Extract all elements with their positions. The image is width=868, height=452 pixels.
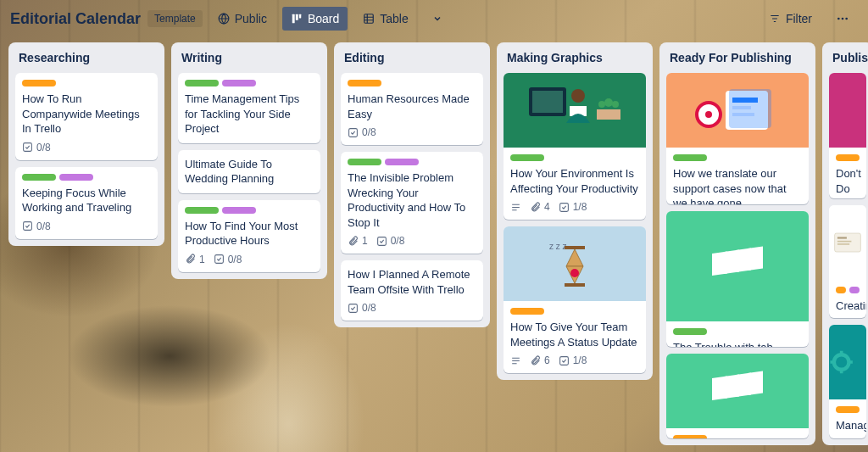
label-orange[interactable] (510, 308, 544, 315)
attachment-badge: 1 (185, 254, 205, 265)
list-title[interactable]: Published (829, 49, 866, 66)
card[interactable]: Time Management Tips for Tackling Your S… (178, 73, 320, 143)
card-labels (836, 154, 860, 161)
label-green[interactable] (185, 80, 219, 86)
svg-rect-18 (597, 109, 620, 120)
filter-label: Filter (786, 12, 812, 25)
views-dropdown[interactable] (424, 8, 451, 29)
card[interactable]: Ultimate Guide To Wedding Planning (178, 150, 320, 193)
card[interactable]: How To Run Companywide Meetings In Trell… (15, 73, 158, 160)
board: ResearchingHow To Run Companywide Meetin… (0, 37, 868, 450)
more-menu-button[interactable] (827, 7, 858, 31)
svg-rect-1 (292, 14, 295, 24)
svg-rect-11 (349, 128, 358, 137)
svg-rect-47 (837, 237, 847, 238)
filter-button[interactable]: Filter (760, 7, 821, 31)
list: Ready For PublishingHow we translate our… (659, 42, 815, 445)
label-orange[interactable] (836, 154, 860, 161)
checklist-badge: 1/8 (559, 201, 587, 213)
card[interactable]: Creating4 May (829, 205, 866, 319)
label-green[interactable] (510, 154, 544, 161)
card[interactable]: How Your Environment Is Affecting Your P… (504, 73, 646, 220)
card-labels (510, 154, 639, 161)
label-purple[interactable] (222, 207, 256, 214)
table-view-button[interactable]: Table (354, 7, 416, 31)
svg-rect-10 (214, 255, 223, 264)
attachment-badge: 1 (348, 235, 368, 247)
list: WritingTime Management Tips for Tackling… (171, 42, 327, 279)
list-title[interactable]: Making Graphics (504, 49, 646, 66)
label-green[interactable] (22, 174, 56, 181)
label-orange[interactable] (836, 406, 860, 413)
chevron-down-icon (432, 14, 442, 24)
card-title: Ultimate Guide To Wedding Planning (185, 157, 314, 187)
checklist-badge: 1/8 (559, 354, 587, 366)
list-title[interactable]: Writing (178, 49, 320, 66)
svg-point-51 (834, 355, 849, 371)
card[interactable]: The Trouble with tab anxiety, and how to… (666, 211, 809, 347)
label-orange[interactable] (22, 80, 56, 86)
globe-icon (218, 13, 230, 25)
svg-point-26 (570, 269, 579, 277)
label-orange[interactable] (836, 287, 846, 293)
svg-rect-24 (565, 246, 585, 249)
filter-icon (769, 13, 781, 25)
svg-point-21 (612, 101, 619, 108)
checklist-badge: 0/8 (214, 254, 242, 265)
visibility-label: Public (235, 12, 267, 25)
card-title: Creating (836, 299, 860, 314)
board-view-label: Board (308, 12, 339, 25)
label-green[interactable] (185, 207, 219, 214)
card[interactable]: Don't Do18 Oct (829, 73, 866, 198)
card-title: How To Give Your Team Meetings A Status … (510, 320, 639, 349)
card[interactable]: Human Resources Made Easy0/8 (341, 73, 483, 145)
card-title: Don't Do (836, 166, 860, 196)
svg-rect-27 (559, 356, 568, 365)
card-labels (836, 406, 860, 413)
visibility-button[interactable]: Public (209, 7, 275, 31)
card-title: How To Run Companywide Meetings In Trell… (22, 92, 151, 137)
list-title[interactable]: Editing (341, 49, 483, 66)
list: ResearchingHow To Run Companywide Meetin… (8, 42, 164, 246)
card-title: How we translate our support cases now t… (673, 166, 802, 204)
card[interactable]: The Invisible Problem Wrecking Your Prod… (341, 152, 483, 254)
checklist-badge: 0/8 (22, 142, 51, 153)
label-green[interactable] (348, 159, 381, 165)
card-badges: 0/8 (22, 142, 151, 153)
svg-text:z z z: z z z (549, 242, 567, 251)
card[interactable]: z z zHow To Give Your Team Meetings A St… (504, 226, 646, 373)
checklist-badge: 0/8 (376, 235, 405, 247)
card[interactable]: How we translate our support cases now t… (666, 73, 809, 204)
card[interactable]: How To Get To Inbox Zero (666, 354, 809, 438)
label-purple[interactable] (222, 80, 256, 86)
svg-rect-12 (377, 237, 386, 245)
board-view-button[interactable]: Board (282, 7, 348, 31)
svg-rect-3 (299, 14, 301, 19)
label-purple[interactable] (59, 174, 93, 181)
card[interactable]: How To Find Your Most Productive Hours10… (178, 200, 320, 272)
list-title[interactable]: Researching (15, 49, 158, 66)
card-badges: 10/8 (348, 235, 476, 247)
board-header: Editorial Calendar Template Public Board… (0, 0, 868, 37)
card[interactable]: Keeping Focus While Working and Travelin… (15, 167, 158, 239)
card[interactable]: Managing10 Feb (829, 325, 866, 438)
label-orange[interactable] (673, 435, 707, 438)
svg-rect-22 (559, 203, 568, 211)
card[interactable]: How I Planned A Remote Team Offsite With… (341, 260, 483, 321)
card-badges: 61/8 (510, 354, 639, 366)
label-purple[interactable] (849, 287, 860, 293)
card-badges: 10/8 (185, 254, 314, 265)
svg-rect-8 (24, 143, 32, 152)
label-purple[interactable] (385, 159, 419, 165)
card-badges: 0/8 (348, 302, 476, 314)
label-orange[interactable] (348, 80, 381, 86)
svg-point-7 (845, 18, 848, 20)
svg-rect-2 (296, 14, 298, 20)
svg-point-17 (571, 89, 585, 103)
list-title[interactable]: Ready For Publishing (666, 49, 809, 66)
label-green[interactable] (673, 328, 707, 335)
template-badge[interactable]: Template (147, 10, 203, 27)
label-green[interactable] (673, 154, 707, 161)
card-title: How Your Environment Is Affecting Your P… (510, 166, 639, 196)
card-labels (348, 159, 476, 165)
